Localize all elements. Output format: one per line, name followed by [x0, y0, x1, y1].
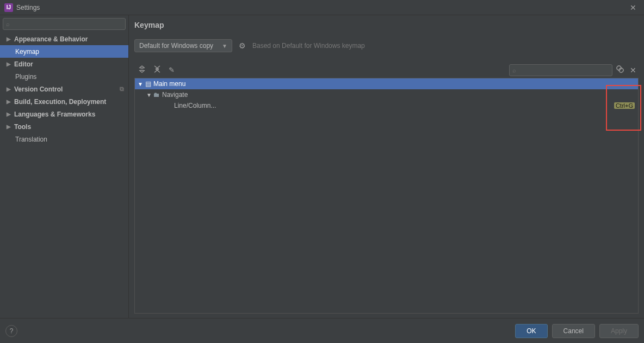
- ok-button[interactable]: OK: [515, 324, 547, 338]
- sidebar-item-label: Translation: [15, 136, 47, 143]
- collapse-all-icon[interactable]: [150, 63, 165, 77]
- folder-icon: ▤: [144, 80, 152, 88]
- actions-search-input[interactable]: [518, 67, 609, 74]
- chevron-right-icon: ▶: [7, 86, 13, 92]
- titlebar: IJ Settings ✕: [0, 0, 644, 15]
- chevron-right-icon: ▶: [7, 61, 13, 67]
- chevron-down-icon: ▼: [222, 43, 227, 49]
- sidebar-item-keymap[interactable]: Keymap: [0, 45, 128, 58]
- sidebar-item-version-control[interactable]: ▶ Version Control ⧉: [0, 83, 128, 95]
- window-title: Settings: [16, 4, 40, 11]
- based-on-text: Based on Default for Windows keymap: [252, 42, 365, 50]
- scheme-label: Default for Windows copy: [139, 42, 213, 50]
- settings-sidebar: ⌕ ▶ Appearance & Behavior Keymap ▶ Edito…: [0, 15, 129, 318]
- sidebar-item-label: Appearance & Behavior: [14, 35, 88, 43]
- chevron-right-icon: ▶: [7, 99, 13, 105]
- button-bar: ? OK Cancel Apply: [0, 318, 644, 343]
- app-icon: IJ: [4, 3, 13, 12]
- search-icon: ⌕: [512, 67, 516, 74]
- ok-label: OK: [527, 327, 536, 335]
- cancel-label: Cancel: [564, 327, 584, 335]
- sidebar-item-tools[interactable]: ▶ Tools: [0, 120, 128, 133]
- sidebar-item-label: Tools: [14, 123, 31, 131]
- sidebar-item-label: Languages & Frameworks: [14, 111, 95, 118]
- sidebar-item-editor[interactable]: ▶ Editor: [0, 58, 128, 70]
- search-icon: ⌕: [6, 21, 10, 27]
- close-icon[interactable]: ✕: [627, 2, 640, 13]
- chevron-right-icon: ▶: [7, 111, 13, 117]
- folder-icon: 🖿: [152, 91, 161, 99]
- sidebar-item-languages[interactable]: ▶ Languages & Frameworks: [0, 108, 128, 120]
- expand-all-icon[interactable]: [134, 63, 150, 77]
- actions-search[interactable]: ⌕: [509, 64, 612, 76]
- keymap-controls: Default for Windows copy ▼ ⚙ Based on De…: [134, 39, 639, 52]
- keymap-toolbar: ✎ ⌕ ✕: [134, 62, 639, 78]
- clear-icon[interactable]: ✕: [628, 66, 639, 75]
- apply-button: Apply: [599, 324, 639, 338]
- sidebar-search[interactable]: ⌕: [3, 18, 126, 30]
- tree-label: Main menu: [153, 80, 185, 88]
- tree-row-main-menu[interactable]: ▼ ▤ Main menu: [135, 78, 638, 89]
- sidebar-item-label: Plugins: [15, 73, 36, 81]
- shortcut-badge: Ctrl+G: [614, 102, 635, 109]
- help-button[interactable]: ?: [5, 325, 17, 337]
- copy-icon: ⧉: [120, 85, 124, 93]
- keymap-tree[interactable]: ▼ ▤ Main menu ▼ 🖿 Navigate Line/Column..…: [134, 78, 639, 314]
- chevron-down-icon: ▼: [137, 81, 144, 87]
- edit-icon[interactable]: ✎: [165, 64, 178, 76]
- sidebar-item-plugins[interactable]: Plugins: [0, 70, 128, 83]
- find-by-shortcut-icon[interactable]: [612, 65, 628, 75]
- sidebar-item-appearance[interactable]: ▶ Appearance & Behavior: [0, 33, 128, 45]
- sidebar-item-translation[interactable]: Translation: [0, 133, 128, 145]
- chevron-right-icon: ▶: [7, 124, 13, 130]
- cancel-button[interactable]: Cancel: [552, 324, 595, 338]
- page-title: Keymap: [134, 21, 639, 29]
- sidebar-list: ▶ Appearance & Behavior Keymap ▶ Editor …: [0, 33, 128, 318]
- sidebar-item-label: Keymap: [15, 48, 39, 56]
- sidebar-search-input[interactable]: [12, 21, 122, 27]
- tree-row-navigate[interactable]: ▼ 🖿 Navigate: [135, 89, 638, 100]
- sidebar-item-label: Version Control: [14, 85, 63, 93]
- tree-label: Navigate: [162, 91, 188, 99]
- sidebar-item-label: Editor: [14, 60, 33, 68]
- chevron-right-icon: ▶: [7, 36, 13, 42]
- gear-icon[interactable]: ⚙: [238, 40, 247, 51]
- sidebar-item-build[interactable]: ▶ Build, Execution, Deployment: [0, 95, 128, 108]
- chevron-down-icon: ▼: [146, 92, 152, 98]
- apply-label: Apply: [611, 327, 627, 335]
- tree-row-line-column[interactable]: Line/Column... Ctrl+G: [135, 100, 638, 111]
- tree-label: Line/Column...: [174, 102, 216, 109]
- sidebar-item-label: Build, Execution, Deployment: [14, 98, 106, 106]
- scheme-selector[interactable]: Default for Windows copy ▼: [134, 39, 232, 52]
- main-panel: Keymap Default for Windows copy ▼ ⚙ Base…: [129, 15, 644, 318]
